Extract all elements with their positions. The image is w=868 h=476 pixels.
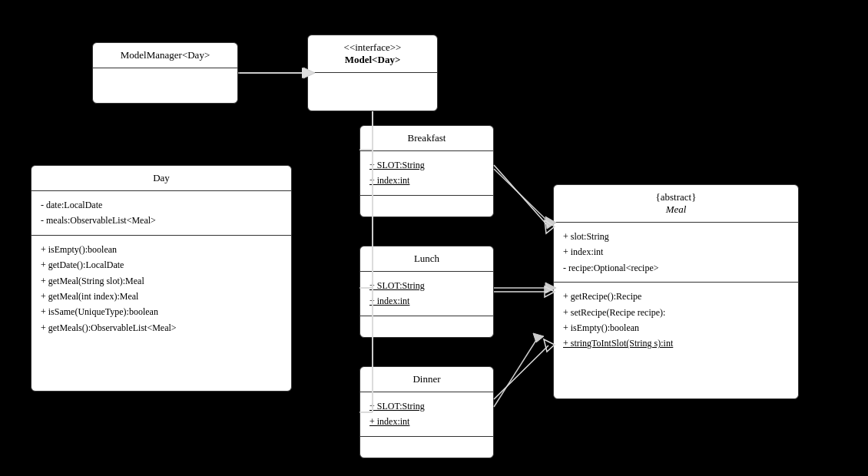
svg-line-19	[494, 165, 548, 226]
lunch-box: Lunch + SLOT:String + index:int	[359, 246, 494, 338]
meal-method-3: + isEmpty():boolean	[563, 320, 789, 336]
day-method-5: + isSame(UniqueType):boolean	[41, 304, 282, 319]
meal-header: {abstract} Meal	[554, 185, 798, 223]
breakfast-attributes: + SLOT:String + index:int	[360, 151, 493, 196]
lunch-header: Lunch	[360, 246, 493, 272]
meal-attr-2: + index:int	[563, 244, 789, 259]
meal-method-1: + getRecipe():Recipe	[563, 289, 789, 304]
interface-line2: Model<Day>	[316, 54, 429, 66]
day-attributes: - date:LocalDate - meals:ObservableList<…	[31, 191, 291, 236]
meal-class-name: Meal	[562, 203, 790, 216]
dinner-attr-1: + SLOT:String	[369, 398, 484, 414]
meal-attr-1: + slot:String	[563, 229, 789, 244]
meal-attr-3: - recipe:Optional<recipe>	[563, 260, 789, 276]
dinner-attributes: + SLOT:String + index:int	[360, 392, 493, 437]
dinner-attr-2: + index:int	[369, 414, 484, 429]
dinner-box: Dinner + SLOT:String + index:int	[359, 366, 494, 458]
meal-methods: + getRecipe():Recipe + setRecipe(Recipe …	[554, 283, 798, 358]
meal-method-2: + setRecipe(Recipe recipe):	[563, 305, 789, 320]
svg-line-7	[494, 169, 549, 223]
day-method-2: + getDate():LocalDate	[41, 257, 282, 273]
day-attr-2: - meals:ObservableList<Meal>	[41, 213, 282, 228]
dinner-methods-empty	[360, 437, 493, 454]
day-method-6: + getMeals():ObservableList<Meal>	[41, 320, 282, 336]
breakfast-attr-1: + SLOT:String	[369, 157, 484, 173]
interface-line1: <<interface>>	[316, 41, 429, 54]
breakfast-box: Breakfast + SLOT:String + index:int	[359, 125, 494, 217]
day-attr-1: - date:LocalDate	[41, 197, 282, 213]
day-box: Day - date:LocalDate - meals:ObservableL…	[31, 165, 292, 392]
diagram-container: ModelManager<Day> <<interface>> Model<Da…	[0, 0, 868, 476]
breakfast-header: Breakfast	[360, 126, 493, 151]
model-manager-header: ModelManager<Day>	[93, 43, 237, 68]
model-interface-box: <<interface>> Model<Day>	[307, 35, 438, 111]
meal-abstract-label: {abstract}	[562, 191, 790, 203]
lunch-methods-empty	[360, 316, 493, 333]
lunch-attr-1: + SLOT:String	[369, 278, 484, 293]
day-header: Day	[31, 166, 291, 191]
day-method-1: + isEmpty():boolean	[41, 242, 282, 257]
breakfast-attr-2: + index:int	[369, 173, 484, 188]
meal-attributes: + slot:String + index:int - recipe:Optio…	[554, 223, 798, 283]
lunch-attributes: + SLOT:String + index:int	[360, 272, 493, 316]
lunch-attr-2: + index:int	[369, 293, 484, 309]
meal-method-4: + stringToIntSlot(String s):int	[563, 336, 789, 351]
svg-line-23	[494, 345, 548, 399]
model-interface-header: <<interface>> Model<Day>	[308, 35, 437, 73]
meal-box: {abstract} Meal + slot:String + index:in…	[553, 184, 799, 399]
dinner-header: Dinner	[360, 367, 493, 392]
model-manager-box: ModelManager<Day>	[92, 42, 238, 104]
day-methods: + isEmpty():boolean + getDate():LocalDat…	[31, 236, 291, 342]
svg-marker-12	[533, 333, 544, 342]
svg-line-11	[494, 338, 538, 407]
day-method-4: + getMeal(int index):Meal	[41, 289, 282, 304]
breakfast-methods-empty	[360, 196, 493, 213]
day-method-3: + getMeal(String slot):Meal	[41, 273, 282, 289]
